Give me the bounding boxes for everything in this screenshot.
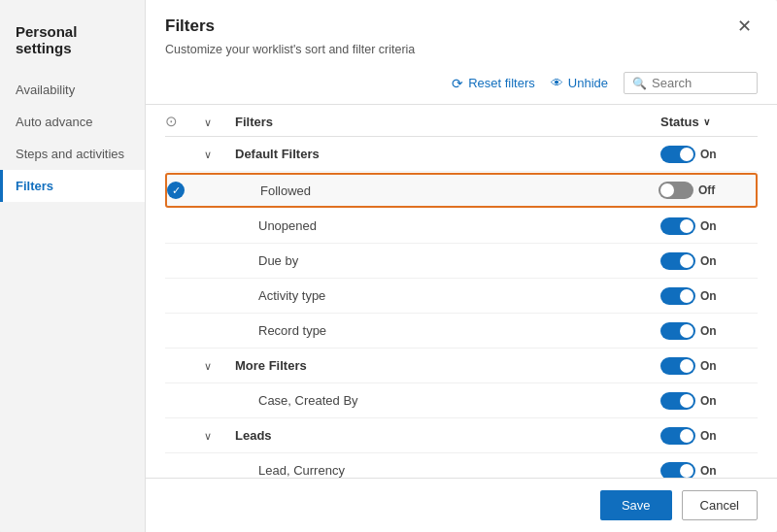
toggle-label-due-by: On (700, 254, 717, 268)
table-rows: ∨Default FiltersOn✓FollowedOffUnopenedOn… (165, 137, 758, 478)
close-button[interactable]: ✕ (731, 16, 758, 37)
status-col-default-filters: On (660, 146, 758, 163)
table-row-leads: ∨LeadsOn (165, 418, 758, 453)
toggle-label-record-type: On (700, 324, 717, 338)
header-check-col: ⊙ (165, 113, 196, 130)
save-button[interactable]: Save (600, 490, 672, 520)
toggle-label-leads: On (700, 429, 717, 443)
label-unopened: Unopened (235, 218, 653, 233)
status-col-activity-type: On (660, 287, 758, 305)
table-row-record-type: Record typeOn (165, 314, 758, 349)
table-row-activity-type: Activity typeOn (165, 279, 758, 314)
expand-col-default-filters[interactable]: ∨ (204, 147, 227, 161)
toggle-track-due-by (660, 252, 695, 270)
toggle-followed[interactable]: Off (659, 182, 715, 199)
dialog-subtitle: Customize your worklist's sort and filte… (146, 41, 777, 66)
toggle-more-filters[interactable]: On (660, 357, 717, 375)
col-filter-header: Filters (235, 115, 653, 129)
toggle-track-unopened (660, 217, 695, 235)
toggle-label-followed: Off (698, 183, 715, 197)
table-row-due-by: Due byOn (165, 244, 758, 279)
main-panel: Filters ✕ Customize your worklist's sort… (146, 0, 777, 532)
check-col-followed: ✓ (167, 182, 198, 199)
label-followed: Followed (237, 183, 651, 198)
status-col-due-by: On (660, 252, 758, 270)
expand-col-leads[interactable]: ∨ (204, 428, 227, 443)
label-activity-type: Activity type (235, 288, 653, 303)
toggle-activity-type[interactable]: On (660, 287, 717, 305)
status-col-followed: Off (659, 182, 756, 199)
toggle-default-filters[interactable]: On (660, 146, 717, 163)
expand-col-more-filters[interactable]: ∨ (204, 358, 227, 373)
toggle-track-leads (660, 427, 695, 445)
search-box: 🔍 (624, 72, 758, 94)
toggle-track-default-filters (660, 146, 695, 163)
toggle-track-case-created-by (660, 392, 695, 410)
toggle-thumb-case-created-by (680, 394, 693, 408)
unhide-button[interactable]: 👁 Unhide (551, 76, 608, 90)
label-record-type: Record type (235, 323, 653, 338)
label-leads: Leads (235, 428, 653, 443)
cancel-button[interactable]: Cancel (682, 490, 758, 520)
dialog-footer: Save Cancel (146, 478, 777, 532)
chevron-icon-default-filters[interactable]: ∨ (204, 149, 212, 160)
toggle-thumb-unopened (680, 219, 693, 233)
reset-filters-button[interactable]: ⟳ Reset filters (452, 76, 535, 91)
toggle-track-more-filters (660, 357, 695, 375)
dialog-title: Filters (165, 17, 215, 36)
toggle-label-lead-currency: On (700, 464, 717, 478)
reset-icon: ⟳ (452, 76, 463, 91)
toggle-record-type[interactable]: On (660, 322, 717, 340)
toggle-label-more-filters: On (700, 359, 717, 373)
toggle-thumb-leads (680, 429, 693, 443)
dialog-wrapper: Personal settings AvailabilityAuto advan… (0, 0, 777, 532)
col-status-header: Status ∨ (660, 115, 758, 129)
table-row-more-filters: ∨More FiltersOn (165, 349, 758, 383)
sidebar-item-steps-activities[interactable]: Steps and activities (0, 138, 145, 170)
toggle-thumb-more-filters (680, 359, 693, 373)
status-col-record-type: On (660, 322, 758, 340)
toggle-due-by[interactable]: On (660, 252, 717, 270)
toggle-label-activity-type: On (700, 289, 717, 303)
chevron-icon-more-filters[interactable]: ∨ (204, 360, 212, 372)
unhide-label: Unhide (568, 76, 608, 90)
sidebar-item-filters[interactable]: Filters (0, 170, 145, 202)
chevron-icon-leads[interactable]: ∨ (204, 430, 212, 442)
status-col-case-created-by: On (660, 392, 758, 410)
header-expand-col: ∨ (204, 115, 227, 129)
toggle-track-followed (659, 182, 693, 199)
label-due-by: Due by (235, 253, 653, 268)
search-input[interactable] (652, 76, 749, 90)
eye-icon: 👁 (551, 76, 563, 90)
search-icon: 🔍 (632, 77, 647, 90)
toggle-track-activity-type (660, 287, 695, 305)
label-case-created-by: Case, Created By (235, 393, 653, 408)
sidebar-item-auto-advance[interactable]: Auto advance (0, 106, 145, 138)
sidebar-nav: AvailabilityAuto advanceSteps and activi… (0, 74, 145, 202)
label-lead-currency: Lead, Currency (235, 463, 653, 478)
table-row-unopened: UnopenedOn (165, 209, 758, 244)
status-col-more-filters: On (660, 357, 758, 375)
toggle-unopened[interactable]: On (660, 217, 717, 235)
check-circle-followed[interactable]: ✓ (167, 182, 185, 199)
toggle-label-unopened: On (700, 219, 717, 233)
header-chevron-icon: ∨ (204, 116, 212, 128)
status-col-leads: On (660, 427, 758, 445)
toggle-thumb-record-type (680, 324, 693, 338)
toggle-thumb-followed (660, 183, 674, 197)
table-row-default-filters: ∨Default FiltersOn (165, 137, 758, 172)
sidebar-item-availability[interactable]: Availability (0, 74, 145, 106)
status-col-lead-currency: On (660, 462, 758, 479)
status-col-unopened: On (660, 217, 758, 235)
toggle-lead-currency[interactable]: On (660, 462, 717, 479)
toggle-track-lead-currency (660, 462, 695, 479)
table-row-case-created-by: Case, Created ByOn (165, 383, 758, 418)
toggle-leads[interactable]: On (660, 427, 717, 445)
table-header: ⊙ ∨ Filters Status ∨ (165, 105, 758, 137)
toggle-case-created-by[interactable]: On (660, 392, 717, 410)
toggle-label-case-created-by: On (700, 394, 717, 408)
circle-icon: ⊙ (165, 113, 178, 129)
table-row-lead-currency: Lead, CurrencyOn (165, 453, 758, 478)
toggle-track-record-type (660, 322, 695, 340)
reset-label: Reset filters (468, 76, 535, 90)
